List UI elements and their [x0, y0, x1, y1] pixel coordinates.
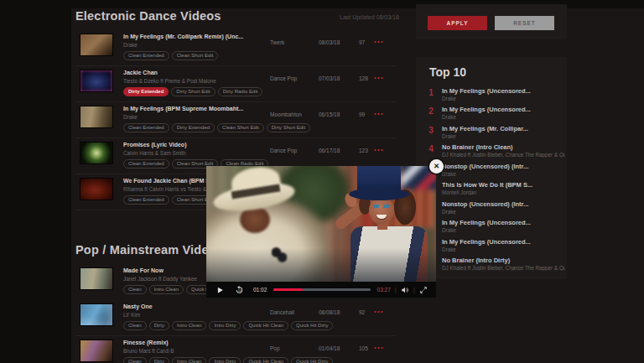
top10-video-title: In My Feelings (Mr. Collipar... — [442, 125, 565, 132]
video-frame[interactable] — [206, 166, 436, 282]
video-thumbnail[interactable] — [80, 267, 113, 290]
video-count: 128 — [359, 75, 368, 81]
version-pill[interactable]: Clean Extended — [123, 123, 169, 132]
version-pill[interactable]: Clean — [123, 285, 147, 294]
video-thumbnail[interactable] — [80, 178, 113, 200]
video-date: 07/03/18 — [319, 75, 340, 81]
top10-video-title: In My Feelings (Uncensored... — [442, 219, 565, 226]
top10-item[interactable]: 8 In My Feelings (Uncensored... Drake — [416, 219, 567, 237]
version-pill[interactable]: Clean Extended — [123, 195, 169, 205]
video-genre: Dance Pop — [270, 148, 297, 153]
row-menu-button[interactable]: ••• — [374, 75, 384, 80]
filter-actions-panel: APPLY RESET — [416, 4, 567, 39]
rank-number: 4 — [425, 144, 437, 153]
svg-text:10: 10 — [238, 289, 242, 293]
video-title[interactable]: In My Feelings (Mr. Collipark Remix) (Un… — [123, 34, 278, 39]
version-pill[interactable]: Dirty — [149, 357, 169, 363]
video-date: 06/17/18 — [319, 148, 340, 153]
version-pill[interactable]: Dirty — [149, 321, 169, 330]
video-count: 92 — [359, 309, 365, 315]
top-hat-brim-art — [349, 188, 409, 200]
replay-10-icon[interactable]: 10 — [235, 285, 244, 294]
top10-video-title: Nonstop (Uncensored) (Intr... — [442, 163, 565, 170]
last-updated-label: Last Updated 08/03/18 — [340, 14, 399, 20]
version-pill[interactable]: Quick Hit Dirty — [291, 321, 333, 330]
player-controls-bar: 10 01:02 03:27 | | — [206, 282, 436, 298]
total-duration: 03:27 — [377, 287, 391, 293]
version-pill[interactable]: Clean — [123, 357, 147, 363]
top10-item[interactable]: 6 This Is How We Do It (BPM S... Montell… — [416, 181, 567, 200]
version-pill[interactable]: Intro Clean — [172, 357, 206, 363]
video-row: Finesse (Remix) Bruno Mars ft Cardi B Cl… — [75, 336, 396, 363]
top10-item[interactable]: 3 In My Feelings (Mr. Collipar... Drake — [416, 125, 567, 143]
version-pill[interactable]: Dirty Radio Edit — [218, 87, 263, 96]
video-date: 06/15/18 — [319, 111, 340, 117]
version-pill[interactable]: Intro Clean — [172, 321, 206, 330]
version-pill[interactable]: Dirty Short Edit — [171, 87, 215, 96]
video-title[interactable]: Promises (Lyric Video) — [123, 142, 278, 148]
version-pill[interactable]: Clean — [123, 321, 147, 330]
version-pill[interactable]: Quick Hit Clean — [243, 357, 288, 363]
section-title-electronic: Electronic Dance Videos — [75, 9, 221, 23]
row-menu-button[interactable]: ••• — [374, 111, 384, 117]
row-menu-button[interactable]: ••• — [374, 39, 384, 44]
video-thumbnail[interactable] — [80, 34, 113, 56]
close-player-button[interactable]: ✕ — [429, 159, 444, 174]
video-count: 99 — [359, 111, 365, 117]
version-pill[interactable]: Intro Dirty — [209, 357, 241, 363]
top10-video-title: In My Feelings (Uncensored... — [442, 238, 565, 246]
apply-button[interactable]: APPLY — [428, 16, 487, 30]
version-pill[interactable]: Dirty Extended — [172, 123, 215, 132]
version-pill[interactable]: Intro Clean — [149, 285, 184, 294]
janet-face-art — [369, 196, 394, 225]
video-thumbnail[interactable] — [80, 303, 113, 326]
top10-video-title: No Brainer (Intro Dirty) — [442, 257, 565, 264]
top10-item[interactable]: 10 No Brainer (Intro Dirty) DJ Khaled ft… — [416, 257, 567, 275]
video-artist: Bruno Mars ft Cardi B — [123, 348, 278, 354]
video-title[interactable]: In My Feelings (BPM Supreme Moombaht... — [123, 106, 278, 111]
version-pill[interactable]: Dirty Short Edit — [267, 123, 310, 132]
separator: | — [395, 286, 397, 293]
fullscreen-icon[interactable] — [419, 286, 428, 294]
rank-number: 3 — [425, 126, 437, 135]
video-count: 105 — [359, 345, 368, 351]
top10-video-title: This Is How We Do It (BPM S... — [442, 181, 565, 189]
video-thumbnail[interactable] — [80, 340, 113, 362]
video-artist: Drake — [123, 114, 278, 120]
top10-item[interactable]: 1 In My Feelings (Uncensored... Drake — [416, 87, 567, 106]
version-pill[interactable]: Intro Dirty — [209, 321, 241, 330]
video-title[interactable]: Jackie Chan — [123, 70, 278, 75]
top10-item[interactable]: 9 In My Feelings (Uncensored... Drake — [416, 238, 567, 257]
video-genre: Twerk — [270, 39, 284, 45]
top10-item[interactable]: 7 Nonstop (Uncensored) (Intr... Drake — [416, 200, 567, 219]
video-row: Jackie Chan Tiesto & Dzeko ft Preme & Po… — [75, 66, 396, 102]
separator: | — [413, 286, 415, 293]
video-title[interactable]: Nasty One — [123, 303, 278, 309]
top10-item[interactable]: 2 In My Feelings (Uncensored... Drake — [416, 106, 567, 124]
progress-fill — [273, 288, 303, 291]
version-pill[interactable]: Clean Extended — [123, 51, 169, 60]
volume-icon[interactable] — [401, 286, 409, 294]
progress-bar[interactable] — [273, 288, 370, 291]
version-pill[interactable]: Quick Hit Dirty — [291, 357, 333, 363]
top10-video-artist: Drake — [442, 114, 565, 120]
rank-number: 1 — [425, 88, 437, 97]
version-pill[interactable]: Clean Extended — [123, 159, 169, 169]
video-artist: Tiesto & Dzeko ft Preme & Post Malone — [123, 78, 278, 84]
video-thumbnail[interactable] — [80, 142, 113, 164]
row-menu-button[interactable]: ••• — [374, 147, 384, 153]
video-row: Nasty One Lil' Kim Clean Dirty Intro Cle… — [75, 300, 396, 336]
video-thumbnail[interactable] — [80, 106, 113, 128]
version-pill-selected[interactable]: Dirty Extended — [123, 87, 169, 96]
version-pill[interactable]: Clean Short Edit — [172, 51, 219, 60]
row-menu-button[interactable]: ••• — [374, 345, 384, 350]
video-title[interactable]: Finesse (Remix) — [123, 340, 278, 345]
reset-button[interactable]: RESET — [495, 16, 554, 30]
video-player-overlay: 10 01:02 03:27 | | ✕ — [206, 166, 436, 298]
video-thumbnail[interactable] — [80, 70, 113, 92]
version-pill[interactable]: Quick Hit Clean — [243, 321, 288, 330]
row-menu-button[interactable]: ••• — [374, 309, 384, 314]
version-pill[interactable]: Clean Short Edit — [217, 123, 264, 132]
top10-video-artist: Drake — [442, 209, 565, 215]
play-button[interactable] — [216, 286, 224, 294]
